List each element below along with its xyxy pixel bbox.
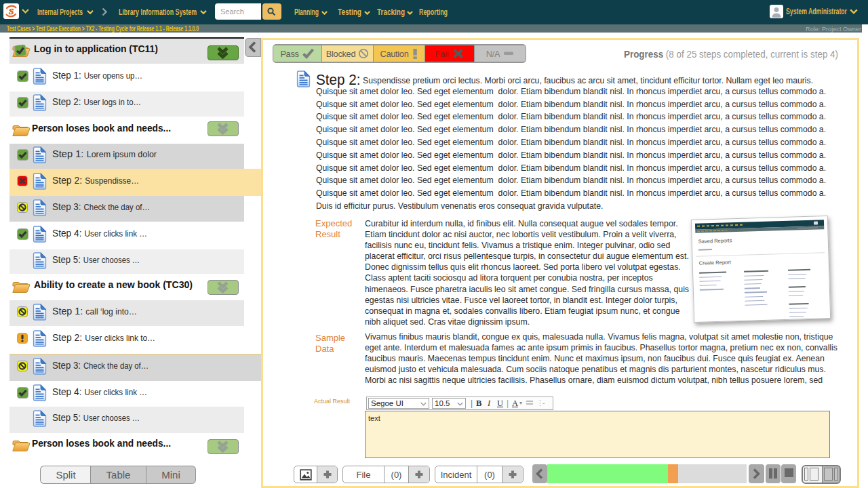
- svg-text:S: S: [9, 6, 14, 16]
